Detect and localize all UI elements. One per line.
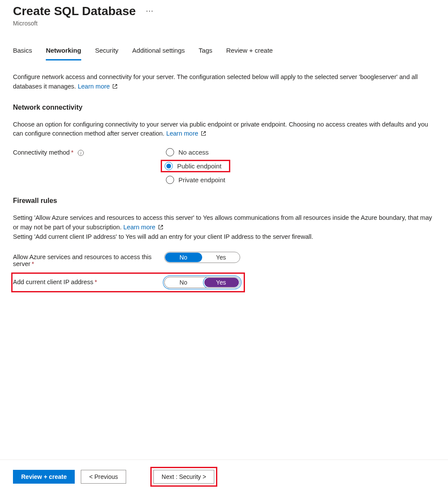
connectivity-desc: Choose an option for configuring connect… — [13, 120, 435, 139]
connectivity-radio-group: No access Public endpoint Private endpoi… — [164, 147, 227, 185]
external-link-icon — [112, 84, 118, 89]
firewall-learn-more-link[interactable]: Learn more — [124, 224, 163, 231]
radio-no-access[interactable]: No access — [164, 147, 227, 157]
firewall-rules-heading: Firewall rules — [13, 197, 435, 205]
footer-bar: Review + create < Previous Next : Securi… — [0, 459, 448, 487]
radio-private-endpoint[interactable]: Private endpoint — [164, 175, 227, 185]
radio-public-endpoint[interactable]: Public endpoint — [161, 160, 230, 172]
tab-security[interactable]: Security — [95, 44, 118, 60]
network-connectivity-heading: Network connectivity — [13, 104, 435, 111]
firewall-desc: Setting 'Allow Azure services and resour… — [13, 213, 435, 241]
more-menu-icon[interactable]: ··· — [146, 8, 154, 15]
radio-icon — [166, 176, 174, 184]
firewall-desc1-text: Setting 'Allow Azure services and resour… — [13, 214, 432, 231]
previous-button[interactable]: < Previous — [81, 470, 126, 484]
radio-icon — [165, 162, 173, 170]
tab-bar: Basics Networking Security Additional se… — [13, 44, 435, 60]
toggle-no[interactable]: No — [165, 252, 202, 263]
connectivity-learn-more-link[interactable]: Learn more — [166, 130, 206, 137]
review-create-button[interactable]: Review + create — [13, 470, 75, 484]
tab-networking[interactable]: Networking — [46, 44, 81, 60]
learn-more-link[interactable]: Learn more — [78, 83, 118, 90]
external-link-icon — [158, 225, 163, 230]
toggle-yes[interactable]: Yes — [202, 277, 240, 288]
firewall-desc2-text: Setting 'Add current client IP address' … — [13, 233, 313, 240]
allow-azure-label: Allow Azure services and resources to ac… — [13, 252, 160, 267]
networking-intro: Configure network access and connectivit… — [13, 73, 435, 92]
radio-label: No access — [178, 149, 209, 156]
tab-tags[interactable]: Tags — [199, 44, 213, 60]
allow-azure-toggle[interactable]: No Yes — [164, 252, 240, 263]
page-subtitle: Microsoft — [13, 20, 435, 27]
radio-icon — [166, 148, 174, 156]
radio-label: Public endpoint — [177, 162, 222, 170]
toggle-no[interactable]: No — [165, 277, 202, 288]
external-link-icon — [201, 131, 206, 136]
connectivity-method-label: Connectivity method* i — [13, 147, 160, 156]
tab-basics[interactable]: Basics — [13, 44, 32, 60]
tab-additional-settings[interactable]: Additional settings — [132, 44, 185, 60]
info-icon[interactable]: i — [78, 150, 84, 156]
page-title: Create SQL Database — [13, 4, 136, 18]
connectivity-desc-text: Choose an option for configuring connect… — [13, 121, 428, 137]
tab-review-create[interactable]: Review + create — [226, 44, 273, 60]
client-ip-toggle[interactable]: No Yes — [164, 277, 240, 288]
highlight-box: Next : Security > — [150, 467, 217, 487]
client-ip-label: Add current client IP address* — [13, 277, 160, 285]
networking-intro-text: Configure network access and connectivit… — [13, 73, 418, 90]
toggle-yes[interactable]: Yes — [202, 252, 240, 263]
next-security-button[interactable]: Next : Security > — [153, 470, 214, 484]
radio-label: Private endpoint — [178, 176, 225, 184]
